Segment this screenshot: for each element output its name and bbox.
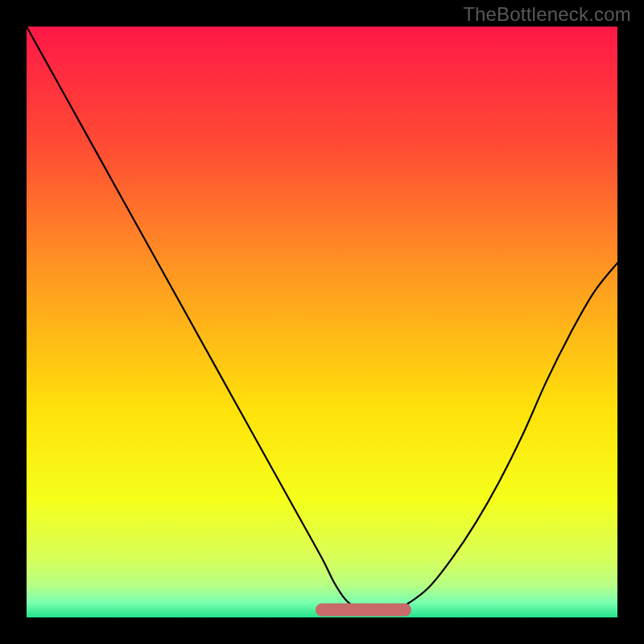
watermark-text: TheBottleneck.com xyxy=(463,3,631,26)
bottleneck-chart xyxy=(27,27,617,617)
chart-frame: TheBottleneck.com xyxy=(0,0,644,644)
gradient-background xyxy=(27,27,617,617)
